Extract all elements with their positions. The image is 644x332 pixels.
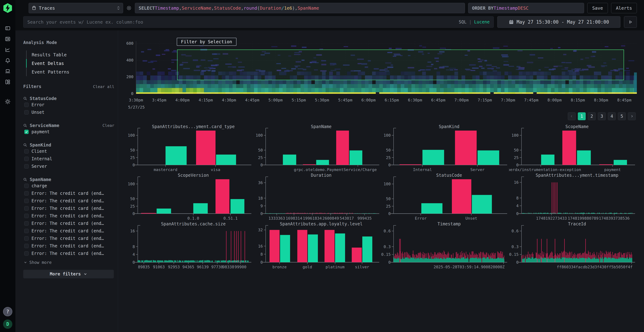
sql-toggle[interactable]: SQL xyxy=(459,20,466,24)
page-button-2[interactable]: 2 xyxy=(588,112,596,120)
mini-chart-6[interactable]: StatusCode02550100ErrorUnset xyxy=(381,172,509,221)
heatmap-ytick: 0 xyxy=(121,92,134,96)
datasource-settings-gear-icon[interactable] xyxy=(126,5,132,11)
chevron-down-icon xyxy=(83,272,87,276)
settings-gear-icon[interactable] xyxy=(3,96,13,106)
more-filters-button[interactable]: More filters xyxy=(23,270,114,278)
chart-explorer-icon[interactable] xyxy=(3,45,13,55)
filter-option[interactable]: Error: The credit card (end… xyxy=(24,220,114,227)
filter-option[interactable]: charge xyxy=(24,182,114,190)
filter-option[interactable]: Client xyxy=(24,148,114,155)
filter-option[interactable]: Error: The credit card (end… xyxy=(24,227,114,235)
mini-chart-10[interactable]: Timestamp00.150.30.62025-05-28T03:59:14.… xyxy=(381,221,509,270)
save-button[interactable]: Save xyxy=(587,3,608,13)
checkbox[interactable] xyxy=(24,221,28,226)
checkbox[interactable] xyxy=(24,130,28,134)
mini-chart-7[interactable]: SpanAttributes...yment.timestamp04816174… xyxy=(509,172,637,221)
svg-text:8: 8 xyxy=(516,196,518,200)
checkbox[interactable] xyxy=(24,103,28,107)
alerts-bell-icon[interactable] xyxy=(3,56,13,66)
filter-option[interactable]: Error: The credit card (end… xyxy=(24,212,114,220)
select-query-input[interactable]: SELECT Timestamp,ServiceName,StatusCode,… xyxy=(135,3,465,13)
mini-chart-9[interactable]: SpanAttributes.app.loyalty.level081632br… xyxy=(253,221,381,270)
date-range-picker[interactable]: May 27 15:30:00 - May 27 21:00:00 xyxy=(497,16,620,28)
heatmap-xtick: 8:15pm xyxy=(571,98,585,102)
panel-toggle-icon[interactable] xyxy=(3,23,13,33)
filter-option[interactable]: Error: The credit card (end… xyxy=(24,235,114,242)
heatmap-selection[interactable] xyxy=(177,50,624,80)
svg-text:16: 16 xyxy=(258,244,263,248)
filter-option[interactable]: Error: The credit card (end… xyxy=(24,197,114,205)
dashboards-icon[interactable] xyxy=(3,77,13,87)
page-button-1[interactable]: 1 xyxy=(578,112,586,120)
checkbox[interactable] xyxy=(24,184,28,188)
source-select[interactable]: Traces xyxy=(28,3,123,13)
svg-text:1748393738536: 1748393738536 xyxy=(599,216,630,220)
svg-text:98338: 98338 xyxy=(222,265,234,269)
svg-text:4: 4 xyxy=(132,252,135,257)
filter-group-title: ServiceName xyxy=(30,123,100,128)
filter-option[interactable]: Error: The credit card (end… xyxy=(24,190,114,197)
svg-text:25: 25 xyxy=(130,204,135,208)
filter-option[interactable]: Error: The credit card (end… xyxy=(24,242,114,250)
help-button[interactable]: ? xyxy=(3,307,12,316)
svg-text:Error: Error xyxy=(415,216,427,220)
checkbox[interactable] xyxy=(24,191,28,196)
run-query-button[interactable] xyxy=(624,16,637,28)
analysis-mode-item-event-deltas[interactable]: Event Deltas xyxy=(26,59,114,68)
heatmap-xtick: 6:00pm xyxy=(361,98,376,102)
mini-chart-0[interactable]: SpanAttributes...yment.card_type02550100… xyxy=(125,124,253,172)
checkbox[interactable] xyxy=(24,214,28,218)
svg-text:96139: 96139 xyxy=(197,265,208,269)
filter-option[interactable]: payment xyxy=(24,128,114,136)
checkbox[interactable] xyxy=(24,110,28,114)
filter-option[interactable]: Unset xyxy=(24,108,114,116)
checkbox[interactable] xyxy=(24,199,28,203)
checkbox[interactable] xyxy=(24,229,28,233)
show-more-link[interactable]: Show more xyxy=(24,260,114,265)
checkbox[interactable] xyxy=(24,149,28,154)
prev-page-button[interactable] xyxy=(568,112,576,120)
lucene-toggle[interactable]: Lucene xyxy=(474,20,490,24)
filter-option[interactable]: Server xyxy=(24,162,114,170)
analysis-mode-item-results-table[interactable]: Results Table xyxy=(26,50,114,59)
filter-option[interactable]: Error: The credit card (end… xyxy=(24,250,114,257)
page-button-3[interactable]: 3 xyxy=(598,112,606,120)
checkbox[interactable] xyxy=(24,251,28,256)
heatmap-plot[interactable] xyxy=(136,41,637,94)
filter-option[interactable]: Error: The credit card (end… xyxy=(24,205,114,212)
checkbox[interactable] xyxy=(24,157,28,161)
mini-chart-title: ScopeVersion xyxy=(178,173,209,178)
mini-chart-2[interactable]: SpanKind02550100InternalServer xyxy=(381,124,509,172)
mini-chart-11[interactable]: TraceId00.150.30.6ff860334facdb23d3f430f… xyxy=(509,221,637,270)
filter-option[interactable]: Internal xyxy=(24,155,114,162)
checkbox[interactable] xyxy=(24,244,28,248)
clear-all-link[interactable]: Clear all xyxy=(93,84,114,89)
svg-text:18: 18 xyxy=(258,196,263,200)
next-page-button[interactable] xyxy=(628,112,636,120)
checkbox[interactable] xyxy=(24,206,28,210)
analysis-mode-item-event-patterns[interactable]: Event Patterns xyxy=(26,68,114,76)
mini-chart-3[interactable]: ScopeName02550100@hyperdx/instrumentatio… xyxy=(509,124,637,172)
page-button-5[interactable]: 5 xyxy=(618,112,626,120)
filter-option[interactable]: Error xyxy=(24,101,114,108)
heatmap-xtick: 5:00pm xyxy=(268,98,282,102)
mini-chart-title: SpanAttributes...yment.timestamp xyxy=(536,173,618,178)
sessions-laptop-icon[interactable] xyxy=(3,66,13,76)
checkbox[interactable] xyxy=(24,236,28,240)
orderby-query-input[interactable]: ORDER BY Timestamp DESC xyxy=(468,3,584,13)
filter-group-title: StatusCode xyxy=(30,96,114,101)
search-input[interactable]: Search your events w/ Lucene ex. column:… xyxy=(23,16,494,28)
checkbox[interactable] xyxy=(24,164,28,168)
avatar[interactable]: D xyxy=(3,320,12,329)
hyperdx-logo-icon[interactable] xyxy=(3,3,13,13)
alerts-button[interactable]: Alerts xyxy=(611,3,637,13)
mini-chart-8[interactable]: SpanAttributes.cache.size048168983591063… xyxy=(125,221,253,270)
mini-chart-5[interactable]: Duration09183613333631698314199618342600… xyxy=(253,172,381,221)
page-button-4[interactable]: 4 xyxy=(608,112,616,120)
mini-chart-1[interactable]: SpanName02550100grpc.oteldemo.PaymentSer… xyxy=(253,124,381,172)
mini-chart-4[interactable]: ScopeVersion025501000.1.00.51.1 xyxy=(125,172,253,221)
search-events-icon[interactable] xyxy=(3,34,13,44)
filter-group-title: SpanName xyxy=(30,177,114,182)
clear-link[interactable]: Clear xyxy=(102,123,114,128)
